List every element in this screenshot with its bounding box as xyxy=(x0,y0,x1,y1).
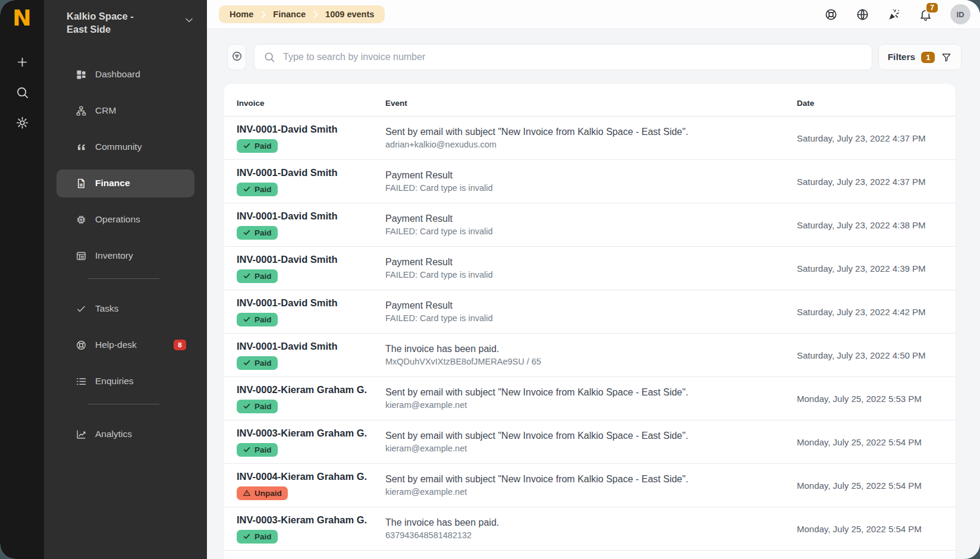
crm-icon xyxy=(76,105,87,117)
party-icon[interactable] xyxy=(887,8,901,21)
event-cell: The invoice has been paid.63794364858148… xyxy=(385,517,797,540)
sidebar-item-label: CRM xyxy=(95,105,116,116)
sidebar-item-label: Operations xyxy=(95,214,140,225)
table-row[interactable]: INV-0001-David SmithPaidThe invoice has … xyxy=(224,334,955,377)
breadcrumb-item[interactable]: 1009 events xyxy=(318,10,381,19)
column-header-invoice: Invoice xyxy=(237,93,385,108)
sidebar-item-badge: 8 xyxy=(174,340,186,350)
sidebar-item-tasks[interactable]: Tasks xyxy=(56,295,194,323)
breadcrumb-item[interactable]: Home xyxy=(222,10,260,19)
sidebar-item-finance[interactable]: Finance xyxy=(56,169,194,197)
lifebuoy-icon[interactable] xyxy=(824,8,838,21)
check-icon xyxy=(243,272,251,280)
main-area: HomeFinance1009 events 7ID Filters 1 Inv… xyxy=(207,0,980,559)
avatar[interactable]: ID xyxy=(950,4,970,24)
search-icon[interactable] xyxy=(15,86,29,99)
status-badge: Paid xyxy=(237,139,278,153)
sidebar-item-label: Tasks xyxy=(95,303,119,314)
breadcrumb-item[interactable]: Finance xyxy=(266,10,313,19)
invoice-number: INV-0002-Kieram Graham G. xyxy=(237,384,385,395)
workspace-switcher[interactable]: Kalkio Space - East Side xyxy=(44,0,207,36)
invoice-number: INV-0003-Kieram Graham G. xyxy=(237,428,385,439)
invoice-cell: INV-0001-David SmithPaid xyxy=(237,297,385,326)
status-badge: Paid xyxy=(237,183,278,196)
date-cell: Saturday, July 23, 2022 4:38 PM xyxy=(797,220,943,230)
warning-icon xyxy=(243,489,251,497)
sidebar-item-help-desk[interactable]: Help-desk8 xyxy=(56,331,194,359)
chevron-down-icon xyxy=(183,14,195,26)
event-cell: Payment ResultFAILED: Card type is inval… xyxy=(385,170,797,193)
events-table: Invoice Event Date INV-0001-David SmithP… xyxy=(224,84,955,559)
app-window: N Kalkio Space - East Side DashboardCRMC… xyxy=(0,0,980,559)
table-row[interactable]: INV-0001-David SmithPaidSent by email wi… xyxy=(224,117,955,160)
plus-icon[interactable] xyxy=(15,55,29,69)
gear-icon[interactable] xyxy=(15,116,29,130)
notification-count-badge: 7 xyxy=(925,2,939,14)
check-icon xyxy=(243,315,251,324)
sidebar-item-dashboard[interactable]: Dashboard xyxy=(56,61,194,89)
topbar: HomeFinance1009 events 7ID xyxy=(207,0,980,29)
table-row[interactable]: INV-0001-David SmithPaidPayment ResultFA… xyxy=(224,247,955,290)
toolbar: Filters 1 xyxy=(227,44,962,70)
event-title: Sent by email with subject "New Invoice … xyxy=(385,474,797,485)
nexudus-logo[interactable]: N xyxy=(12,7,32,29)
date-cell: Saturday, July 23, 2022 4:50 PM xyxy=(797,350,943,360)
check-icon xyxy=(243,359,251,367)
status-badge: Paid xyxy=(237,313,278,326)
sidebar-item-label: Enquiries xyxy=(95,376,134,387)
date-cell: Saturday, July 23, 2022 4:42 PM xyxy=(797,307,943,317)
table-row[interactable]: INV-0003-Kieram Graham G.PaidSent by ema… xyxy=(224,420,955,464)
check-icon xyxy=(243,402,251,410)
table-row[interactable]: INV-0001-David SmithPaidPayment ResultFA… xyxy=(224,160,955,203)
analytics-icon xyxy=(76,429,87,440)
event-title: Payment Result xyxy=(385,257,797,268)
sidebar-item-enquiries[interactable]: Enquiries xyxy=(56,368,194,395)
filters-button[interactable]: Filters 1 xyxy=(878,44,962,70)
sidebar-item-label: Community xyxy=(95,142,142,152)
sidebar-item-label: Inventory xyxy=(95,250,133,261)
search-options-button[interactable] xyxy=(227,44,246,70)
sidebar-item-community[interactable]: Community xyxy=(56,133,194,161)
status-badge: Paid xyxy=(237,356,278,370)
bell-icon[interactable]: 7 xyxy=(919,8,932,21)
table-row[interactable]: INV-0001-David SmithPaidPayment ResultFA… xyxy=(224,203,955,247)
status-badge: Paid xyxy=(237,269,278,283)
status-label: Paid xyxy=(255,402,272,411)
table-header-row: Invoice Event Date xyxy=(224,84,955,117)
event-cell: Sent by email with subject "New Invoice … xyxy=(385,127,797,149)
invoice-number: INV-0004-Kieram Graham G. xyxy=(237,471,385,482)
table-row[interactable]: INV-0001-David SmithPaidPayment ResultFA… xyxy=(224,290,955,334)
event-detail: FAILED: Card type is invalid xyxy=(385,313,797,323)
operations-icon xyxy=(76,214,87,225)
invoice-number: INV-0001-David Smith xyxy=(237,167,385,178)
sidebar-item-inventory[interactable]: Inventory xyxy=(56,242,194,270)
event-detail: MxQDuhVXvIXtzBE8ofJMERAe9SU / 65 xyxy=(385,357,797,366)
status-label: Paid xyxy=(255,445,272,454)
invoice-number: INV-0001-David Smith xyxy=(237,297,385,309)
event-cell: Sent by email with subject "New Invoice … xyxy=(385,474,797,497)
globe-icon[interactable] xyxy=(856,8,869,21)
sidebar-item-analytics[interactable]: Analytics xyxy=(56,420,194,448)
event-detail: 637943648581482132 xyxy=(385,530,797,540)
sidebar-item-label: Analytics xyxy=(95,429,132,439)
sidebar-item-operations[interactable]: Operations xyxy=(56,206,194,234)
event-cell: The invoice has been paid.MxQDuhVXvIXtzB… xyxy=(385,344,797,366)
event-detail: FAILED: Card type is invalid xyxy=(385,227,797,236)
event-title: The invoice has been paid. xyxy=(385,517,797,528)
search-input[interactable] xyxy=(282,51,863,63)
status-label: Paid xyxy=(255,228,272,237)
event-detail: kieram@example.net xyxy=(385,444,797,453)
table-row[interactable]: INV-0004-Kieram Graham G.UnpaidSent by e… xyxy=(224,464,955,507)
sidebar-divider xyxy=(88,278,159,279)
table-row[interactable]: INV-0002-Kieram Graham G.PaidSent by ema… xyxy=(224,377,955,420)
sidebar-item-crm[interactable]: CRM xyxy=(56,97,194,125)
event-detail: kieram@example.net xyxy=(385,400,797,410)
invoice-cell: INV-0001-David SmithPaid xyxy=(237,254,385,283)
invoice-cell: INV-0002-Kieram Graham G.Paid xyxy=(237,384,385,413)
status-label: Paid xyxy=(255,142,272,150)
status-badge: Paid xyxy=(237,443,278,457)
status-label: Paid xyxy=(255,532,272,541)
filters-label: Filters xyxy=(888,52,916,62)
table-row[interactable]: INV-0003-Kieram Graham G.PaidThe invoice… xyxy=(224,507,955,551)
sidebar-menu: DashboardCRMCommunityFinanceOperationsIn… xyxy=(44,61,207,448)
